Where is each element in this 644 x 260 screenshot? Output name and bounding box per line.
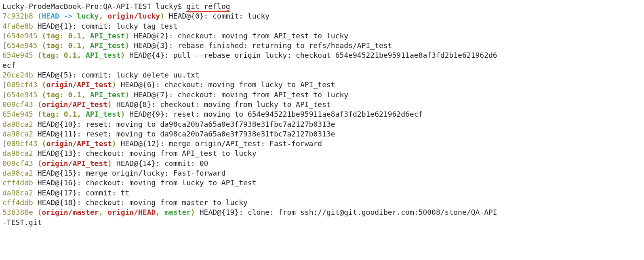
reflog-line: da98ca2 HEAD@{13}: checkout: moving from… <box>2 149 642 158</box>
refs-open-paren: ( <box>42 31 46 40</box>
reflog-message: HEAD@{7}: checkout: moving from API_test… <box>129 90 348 99</box>
ref-branch: API_test <box>90 41 125 50</box>
reflog-message: HEAD@{13}: checkout: moving from API_tes… <box>33 149 257 157</box>
ref-head: HEAD <box>42 12 59 20</box>
reflog-message: HEAD@{18}: checkout: moving from master … <box>33 198 248 207</box>
commit-hash: 009cf43 <box>7 139 38 148</box>
leading-bracket: [ <box>2 90 7 99</box>
commit-hash: 654e945 <box>7 90 38 99</box>
commit-hash: cff4ddb <box>2 178 33 187</box>
commit-hash: 009cf43 <box>7 80 38 89</box>
prompt-sep: : <box>99 2 103 10</box>
reflog-line-wrap: ecf <box>2 61 642 70</box>
refs-close-paren: ) <box>121 51 125 59</box>
reflog-message: HEAD@{1}: commit: lucky tag test <box>33 22 178 30</box>
ref-remote: origin/API_test <box>46 80 112 89</box>
reflog-message: HEAD@{14}: commit: 00 <box>112 159 208 168</box>
ref-sep: , <box>81 90 90 99</box>
refs-close-paren: ) <box>112 139 116 148</box>
reflog-message: HEAD@{3}: rebase finished: returning to … <box>129 41 392 50</box>
reflog-message: HEAD@{6}: checkout: moving from lucky to… <box>116 80 335 89</box>
reflog-message: HEAD@{17}: commit: tt <box>33 189 129 197</box>
ref-branch: API_test <box>86 51 121 59</box>
ref-tag: tag: 0.1 <box>42 110 77 118</box>
reflog-line: [009cf43 (origin/API_test) HEAD@{12}: me… <box>2 139 642 149</box>
leading-bracket: [ <box>2 139 7 148</box>
commit-hash: da98ca2 <box>2 169 33 177</box>
refs-open-paren: ( <box>42 90 46 99</box>
reflog-message: HEAD@{0}: commit: lucky <box>164 12 269 20</box>
prompt-host: Lucky-ProdeMacBook-Pro <box>2 2 99 10</box>
commit-hash: da98ca2 <box>2 149 33 157</box>
refs-close-paren: ) <box>125 41 129 50</box>
reflog-line: 20ce24b HEAD@{5}: commit: lucky delete u… <box>2 70 642 80</box>
commit-hash: 654e945 <box>2 110 33 118</box>
refs-close-paren: ) <box>121 110 125 118</box>
ref-remote: origin/API_test <box>42 100 108 109</box>
refs-open-paren: ( <box>38 100 42 109</box>
commit-hash: 4fa8e8b <box>2 22 33 30</box>
reflog-line: 009cf43 (origin/API_test) HEAD@{8}: chec… <box>2 100 642 109</box>
reflog-line: da98ca2 HEAD@{17}: commit: tt <box>2 188 642 198</box>
reflog-line: 654e945 (tag: 0.1, API_test) HEAD@{4}: p… <box>2 50 642 60</box>
reflog-line: da98ca2 HEAD@{15}: merge origin/lucky: F… <box>2 168 642 178</box>
refs-open-paren: ( <box>42 139 46 148</box>
reflog-message: HEAD@{15}: merge origin/lucky: Fast-forw… <box>33 169 226 177</box>
reflog-line: [654e945 (tag: 0.1, API_test) HEAD@{2}: … <box>2 31 642 41</box>
reflog-message: HEAD@{11}: reset: moving to da98ca20b7a6… <box>33 130 335 138</box>
leading-bracket: [ <box>2 31 7 40</box>
ref-tag: tag: 0.1 <box>46 90 81 99</box>
command-text[interactable]: git reflog <box>186 2 230 11</box>
refs-close-paren: ) <box>107 100 112 109</box>
ref-arrow: -> <box>59 12 77 20</box>
refs-close-paren: ) <box>107 159 112 168</box>
reflog-line-wrap: -TEST.git <box>2 218 642 227</box>
reflog-line: da98ca2 HEAD@{11}: reset: moving to da98… <box>2 129 642 139</box>
reflog-line: 4fa8e8b HEAD@{1}: commit: lucky tag test <box>2 21 642 31</box>
reflog-line: 536388e (origin/master, origin/HEAD, mas… <box>2 208 642 217</box>
reflog-line: 7c932b8 (HEAD -> lucky, origin/lucky) HE… <box>2 11 642 21</box>
refs-open-paren: ( <box>38 12 42 20</box>
ref-branch: master <box>164 208 191 216</box>
commit-hash: da98ca2 <box>2 189 33 197</box>
commit-hash: 654e945 <box>7 41 38 50</box>
ref-sep: , <box>156 208 164 216</box>
refs-close-paren: ) <box>191 208 195 216</box>
reflog-line: 009cf43 (origin/API_test) HEAD@{14}: com… <box>2 159 642 168</box>
ref-sep: , <box>99 208 107 216</box>
reflog-message: HEAD@{4}: pull --rebase origin lucky: ch… <box>125 51 497 59</box>
refs-open-paren: ( <box>38 208 42 216</box>
reflog-line: [009cf43 (origin/API_test) HEAD@{6}: che… <box>2 80 642 90</box>
reflog-message: HEAD@{8}: checkout: moving from lucky to… <box>112 100 331 109</box>
reflog-line: da98ca2 HEAD@{10}: reset: moving to da98… <box>2 120 642 129</box>
reflog-line: 654e945 (tag: 0.1, API_test) HEAD@{9}: r… <box>2 109 642 119</box>
reflog-message-wrap: -TEST.git <box>2 218 42 226</box>
ref-remote: origin/HEAD <box>107 208 156 216</box>
prompt-line[interactable]: Lucky-ProdeMacBook-Pro:QA-API-TEST lucky… <box>2 2 642 11</box>
prompt-dir: QA-API-TEST <box>103 2 151 10</box>
refs-open-paren: ( <box>42 80 46 89</box>
ref-sep: , <box>81 41 90 50</box>
refs-open-paren: ( <box>38 159 42 168</box>
ref-sep: , <box>81 31 90 40</box>
refs-open-paren: ( <box>38 51 42 59</box>
refs-close-paren: ) <box>112 80 116 89</box>
ref-remote: origin/master <box>42 208 99 216</box>
reflog-message: HEAD@{2}: checkout: moving from API_test… <box>129 31 348 40</box>
reflog-message-wrap: ecf <box>2 61 16 69</box>
commit-hash: 654e945 <box>7 31 38 40</box>
reflog-message: HEAD@{9}: reset: moving to 654e945221be9… <box>125 110 423 118</box>
prompt-user: lucky$ <box>156 2 186 10</box>
ref-branch: API_test <box>90 90 125 99</box>
refs-close-paren: ) <box>160 12 164 20</box>
terminal-output: Lucky-ProdeMacBook-Pro:QA-API-TEST lucky… <box>0 0 644 229</box>
commit-hash: da98ca2 <box>2 130 33 138</box>
reflog-line: cff4ddb HEAD@{18}: checkout: moving from… <box>2 198 642 208</box>
commit-hash: 536388e <box>2 208 33 216</box>
leading-bracket: [ <box>2 41 7 50</box>
ref-sep: , <box>77 51 86 59</box>
commit-hash: cff4ddb <box>2 198 33 207</box>
ref-tag: tag: 0.1 <box>46 41 81 50</box>
refs-close-paren: ) <box>125 31 129 40</box>
refs-close-paren: ) <box>125 90 129 99</box>
